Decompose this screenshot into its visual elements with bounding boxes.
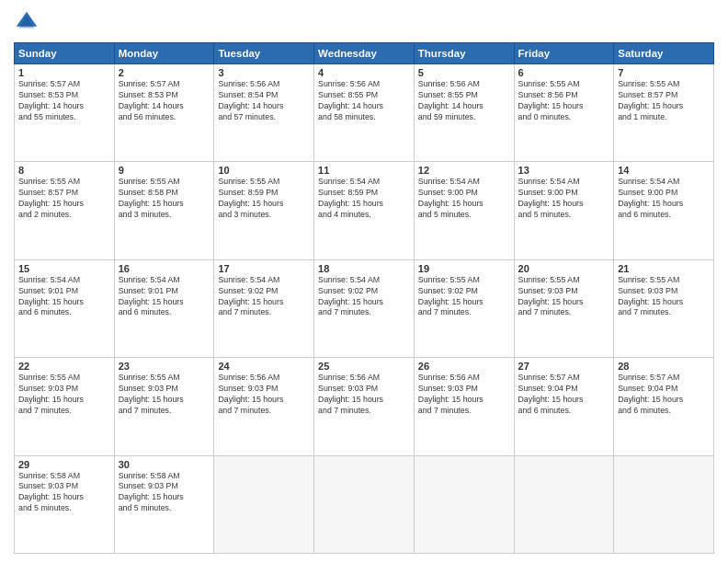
- cell-info: Sunrise: 5:54 AM Sunset: 9:00 PM Dayligh…: [618, 177, 710, 221]
- day-number: 16: [119, 263, 210, 274]
- day-number: 11: [318, 165, 410, 176]
- day-number: 18: [318, 263, 410, 274]
- cell-info: Sunrise: 5:55 AM Sunset: 8:58 PM Dayligh…: [119, 177, 210, 221]
- cell-info: Sunrise: 5:54 AM Sunset: 9:00 PM Dayligh…: [518, 177, 610, 221]
- cell-info: Sunrise: 5:55 AM Sunset: 8:57 PM Dayligh…: [18, 177, 110, 221]
- day-number: 28: [618, 361, 710, 372]
- day-number: 19: [418, 263, 510, 274]
- cell-info: Sunrise: 5:54 AM Sunset: 9:01 PM Dayligh…: [18, 275, 110, 319]
- day-header-friday: Friday: [514, 43, 614, 64]
- day-number: 25: [318, 361, 410, 372]
- cell-info: Sunrise: 5:54 AM Sunset: 9:01 PM Dayligh…: [119, 275, 210, 319]
- day-number: 23: [119, 361, 210, 372]
- header-row: SundayMondayTuesdayWednesdayThursdayFrid…: [15, 43, 714, 64]
- calendar-body: 1Sunrise: 5:57 AM Sunset: 8:53 PM Daylig…: [15, 64, 714, 554]
- day-cell: 18Sunrise: 5:54 AM Sunset: 9:02 PM Dayli…: [314, 259, 415, 357]
- day-cell: 9Sunrise: 5:55 AM Sunset: 8:58 PM Daylig…: [114, 162, 214, 259]
- cell-info: Sunrise: 5:57 AM Sunset: 9:04 PM Dayligh…: [518, 373, 610, 417]
- day-cell: 20Sunrise: 5:55 AM Sunset: 9:03 PM Dayli…: [514, 259, 614, 357]
- cell-info: Sunrise: 5:56 AM Sunset: 8:55 PM Dayligh…: [318, 79, 410, 123]
- week-row-3: 15Sunrise: 5:54 AM Sunset: 9:01 PM Dayli…: [15, 259, 714, 357]
- cell-info: Sunrise: 5:58 AM Sunset: 9:03 PM Dayligh…: [18, 471, 110, 515]
- logo: [14, 9, 43, 35]
- cell-info: Sunrise: 5:54 AM Sunset: 9:02 PM Dayligh…: [318, 275, 410, 319]
- day-number: 8: [18, 165, 110, 176]
- day-number: 3: [218, 67, 310, 78]
- day-number: 5: [418, 67, 510, 78]
- day-cell: 8Sunrise: 5:55 AM Sunset: 8:57 PM Daylig…: [15, 162, 115, 259]
- day-header-monday: Monday: [114, 43, 214, 64]
- cell-info: Sunrise: 5:55 AM Sunset: 8:57 PM Dayligh…: [618, 79, 710, 123]
- day-number: 9: [119, 165, 210, 176]
- day-cell: 27Sunrise: 5:57 AM Sunset: 9:04 PM Dayli…: [514, 358, 614, 455]
- calendar-header: SundayMondayTuesdayWednesdayThursdayFrid…: [15, 43, 714, 64]
- day-cell: 13Sunrise: 5:54 AM Sunset: 9:00 PM Dayli…: [514, 162, 614, 259]
- day-cell: 21Sunrise: 5:55 AM Sunset: 9:03 PM Dayli…: [614, 259, 714, 357]
- day-number: 26: [418, 361, 510, 372]
- day-cell: [214, 455, 314, 553]
- day-number: 1: [18, 67, 110, 78]
- day-number: 20: [518, 263, 610, 274]
- day-cell: 17Sunrise: 5:54 AM Sunset: 9:02 PM Dayli…: [214, 259, 314, 357]
- cell-info: Sunrise: 5:54 AM Sunset: 8:59 PM Dayligh…: [318, 177, 410, 221]
- day-header-sunday: Sunday: [15, 43, 115, 64]
- day-number: 24: [218, 361, 310, 372]
- cell-info: Sunrise: 5:56 AM Sunset: 8:54 PM Dayligh…: [218, 79, 310, 123]
- day-number: 13: [518, 165, 610, 176]
- cell-info: Sunrise: 5:57 AM Sunset: 8:53 PM Dayligh…: [18, 79, 110, 123]
- cell-info: Sunrise: 5:56 AM Sunset: 9:03 PM Dayligh…: [218, 373, 310, 417]
- week-row-5: 29Sunrise: 5:58 AM Sunset: 9:03 PM Dayli…: [15, 455, 714, 553]
- day-number: 7: [618, 67, 710, 78]
- day-cell: 6Sunrise: 5:55 AM Sunset: 8:56 PM Daylig…: [514, 64, 614, 162]
- day-number: 10: [218, 165, 310, 176]
- day-cell: 12Sunrise: 5:54 AM Sunset: 9:00 PM Dayli…: [414, 162, 514, 259]
- day-header-thursday: Thursday: [414, 43, 514, 64]
- cell-info: Sunrise: 5:56 AM Sunset: 9:03 PM Dayligh…: [418, 373, 510, 417]
- page: SundayMondayTuesdayWednesdayThursdayFrid…: [0, 0, 728, 563]
- cell-info: Sunrise: 5:54 AM Sunset: 9:00 PM Dayligh…: [418, 177, 510, 221]
- day-number: 21: [618, 263, 710, 274]
- day-cell: 23Sunrise: 5:55 AM Sunset: 9:03 PM Dayli…: [114, 358, 214, 455]
- cell-info: Sunrise: 5:55 AM Sunset: 9:03 PM Dayligh…: [618, 275, 710, 319]
- day-header-tuesday: Tuesday: [214, 43, 314, 64]
- day-cell: 30Sunrise: 5:58 AM Sunset: 9:03 PM Dayli…: [114, 455, 214, 553]
- cell-info: Sunrise: 5:57 AM Sunset: 8:53 PM Dayligh…: [119, 79, 210, 123]
- day-number: 27: [518, 361, 610, 372]
- day-number: 29: [18, 459, 110, 470]
- cell-info: Sunrise: 5:54 AM Sunset: 9:02 PM Dayligh…: [218, 275, 310, 319]
- day-cell: 22Sunrise: 5:55 AM Sunset: 9:03 PM Dayli…: [15, 358, 115, 455]
- day-header-wednesday: Wednesday: [314, 43, 415, 64]
- day-cell: 10Sunrise: 5:55 AM Sunset: 8:59 PM Dayli…: [214, 162, 314, 259]
- day-cell: 5Sunrise: 5:56 AM Sunset: 8:55 PM Daylig…: [414, 64, 514, 162]
- week-row-2: 8Sunrise: 5:55 AM Sunset: 8:57 PM Daylig…: [15, 162, 714, 259]
- day-cell: 24Sunrise: 5:56 AM Sunset: 9:03 PM Dayli…: [214, 358, 314, 455]
- cell-info: Sunrise: 5:58 AM Sunset: 9:03 PM Dayligh…: [119, 471, 210, 515]
- day-number: 30: [119, 459, 210, 470]
- day-cell: 3Sunrise: 5:56 AM Sunset: 8:54 PM Daylig…: [214, 64, 314, 162]
- day-cell: 26Sunrise: 5:56 AM Sunset: 9:03 PM Dayli…: [414, 358, 514, 455]
- day-cell: 4Sunrise: 5:56 AM Sunset: 8:55 PM Daylig…: [314, 64, 415, 162]
- day-cell: 28Sunrise: 5:57 AM Sunset: 9:04 PM Dayli…: [614, 358, 714, 455]
- day-cell: [514, 455, 614, 553]
- day-cell: 25Sunrise: 5:56 AM Sunset: 9:03 PM Dayli…: [314, 358, 415, 455]
- day-cell: 19Sunrise: 5:55 AM Sunset: 9:02 PM Dayli…: [414, 259, 514, 357]
- day-number: 15: [18, 263, 110, 274]
- cell-info: Sunrise: 5:56 AM Sunset: 9:03 PM Dayligh…: [318, 373, 410, 417]
- cell-info: Sunrise: 5:55 AM Sunset: 9:03 PM Dayligh…: [18, 373, 110, 417]
- cell-info: Sunrise: 5:55 AM Sunset: 8:59 PM Dayligh…: [218, 177, 310, 221]
- cell-info: Sunrise: 5:56 AM Sunset: 8:55 PM Dayligh…: [418, 79, 510, 123]
- day-cell: [614, 455, 714, 553]
- cell-info: Sunrise: 5:55 AM Sunset: 9:03 PM Dayligh…: [119, 373, 210, 417]
- day-number: 17: [218, 263, 310, 274]
- header: [14, 9, 714, 35]
- cell-info: Sunrise: 5:55 AM Sunset: 8:56 PM Dayligh…: [518, 79, 610, 123]
- logo-icon: [14, 9, 40, 35]
- day-cell: 1Sunrise: 5:57 AM Sunset: 8:53 PM Daylig…: [15, 64, 115, 162]
- day-header-saturday: Saturday: [614, 43, 714, 64]
- day-cell: [414, 455, 514, 553]
- day-number: 12: [418, 165, 510, 176]
- day-number: 2: [119, 67, 210, 78]
- cell-info: Sunrise: 5:55 AM Sunset: 9:03 PM Dayligh…: [518, 275, 610, 319]
- calendar-table: SundayMondayTuesdayWednesdayThursdayFrid…: [14, 42, 714, 554]
- day-number: 22: [18, 361, 110, 372]
